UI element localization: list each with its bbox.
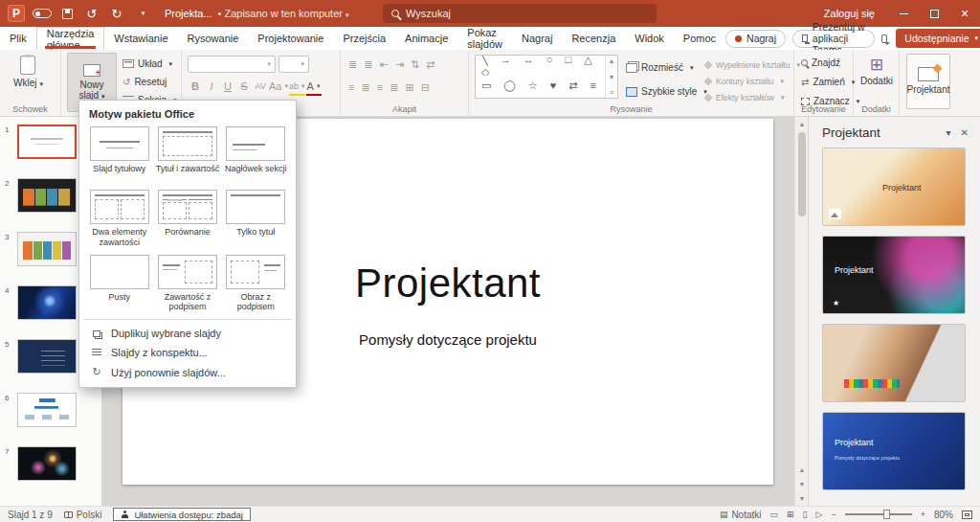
save-button[interactable] <box>56 2 78 25</box>
design-suggestion-3[interactable] <box>822 324 966 402</box>
menu-item-reuse-slides[interactable]: Użyj ponownie slajdów... <box>79 362 296 382</box>
accessibility-checker-button[interactable]: Ułatwienia dostępu: zbadaj <box>113 508 251 521</box>
highlight-color-button[interactable]: ab <box>289 79 305 94</box>
tab-review[interactable]: Recenzja <box>562 27 625 50</box>
layout-option-title-slide[interactable]: Slajd tytułowy <box>87 126 151 183</box>
language-indicator[interactable]: Polski <box>64 510 102 520</box>
slide-thumbnail-1[interactable] <box>17 125 77 159</box>
strikethrough-button[interactable]: S <box>236 79 252 94</box>
fit-to-window-button[interactable] <box>962 511 972 519</box>
shapes-row-1[interactable] <box>476 56 617 76</box>
slide-thumbnail-3[interactable] <box>17 232 77 266</box>
menu-item-slides-from-outline[interactable]: Slajdy z konspektu... <box>79 343 296 362</box>
maximize-button[interactable] <box>919 0 949 27</box>
present-in-teams-button[interactable]: Prezentuj w aplikacji Teams <box>792 30 875 48</box>
scroll-down-arrow[interactable]: ▼ <box>795 491 809 506</box>
tab-record[interactable]: Nagraj <box>512 27 562 50</box>
underline-button[interactable]: U <box>220 79 235 94</box>
next-slide-button[interactable]: ▼ <box>795 477 809 491</box>
designer-close-icon[interactable]: ✕ <box>961 127 969 138</box>
record-button[interactable]: Nagraj <box>725 30 786 48</box>
zoom-in-button[interactable]: + <box>921 510 925 519</box>
powerpoint-app-icon[interactable]: P <box>8 5 25 22</box>
slide-thumbnail-7[interactable] <box>17 446 77 481</box>
tab-draw[interactable]: Rysowanie <box>178 27 249 50</box>
designer-button[interactable]: Projektant <box>906 54 950 109</box>
layout-option-comparison[interactable]: Porównanie <box>155 190 219 248</box>
normal-view-button[interactable]: ▭ <box>770 510 779 519</box>
shape-effects-button[interactable]: Efekty kształtów <box>704 90 800 104</box>
find-button[interactable]: Znajdź <box>801 55 859 71</box>
addins-button[interactable]: ⊞ Dodatki <box>860 57 893 87</box>
tab-design[interactable]: Projektowanie <box>248 27 333 50</box>
layout-option-picture-caption[interactable]: Obraz z podpisem <box>224 255 288 313</box>
comments-icon[interactable] <box>881 34 888 43</box>
tab-slideshow[interactable]: Pokaz slajdów <box>457 27 512 50</box>
tab-animations[interactable]: Animacje <box>395 27 457 50</box>
previous-slide-button[interactable]: ▲ <box>795 463 809 477</box>
tab-view[interactable]: Widok <box>625 27 674 50</box>
tab-transitions[interactable]: Przejścia <box>333 27 395 50</box>
slide-thumbnail-6[interactable] <box>17 393 77 427</box>
paragraph-row-lists[interactable]: ≣ ≣ ⇤ ⇥ ⇅ ⇄ <box>348 58 437 71</box>
design-suggestion-4[interactable]: Projektant Pomysły dotyczące projektu <box>822 412 966 490</box>
design-suggestion-2[interactable]: Projektant ★ <box>822 236 966 314</box>
tab-home[interactable]: Narzędzia główne <box>36 27 105 50</box>
tab-help[interactable]: Pomoc <box>674 27 725 50</box>
shapes-gallery-scroll[interactable]: ▲▼≡ <box>605 56 617 98</box>
paste-button[interactable]: Wklej <box>13 56 43 89</box>
layout-option-blank[interactable]: Pusty <box>87 255 151 313</box>
document-title[interactable]: Projekta... Zapisano w ten komputer <box>165 8 348 19</box>
font-color-button[interactable]: A <box>306 79 322 94</box>
scrollbar-thumb[interactable] <box>798 132 806 216</box>
layout-button[interactable]: Układ <box>122 56 177 72</box>
layout-option-title-content[interactable]: Tytuł i zawartość <box>155 126 219 183</box>
slide-thumbnail-4[interactable] <box>17 285 77 320</box>
character-spacing-button[interactable]: AV <box>253 79 268 94</box>
change-case-button[interactable]: Aa <box>269 79 288 94</box>
search-input[interactable]: Wyszukaj <box>383 4 657 23</box>
font-size-select[interactable] <box>278 56 309 73</box>
arrange-button[interactable]: Rozmieść <box>626 59 707 76</box>
layout-option-title-only[interactable]: Tylko tytuł <box>224 190 288 248</box>
quick-styles-button[interactable]: Szybkie style <box>626 83 707 100</box>
zoom-level[interactable]: 80% <box>934 510 953 520</box>
replace-button[interactable]: Zamień <box>801 74 859 90</box>
bold-button[interactable]: B <box>188 79 203 94</box>
layout-option-section-header[interactable]: Nagłówek sekcji <box>224 126 288 183</box>
shape-outline-button[interactable]: Kontury kształtu <box>704 74 800 88</box>
menu-item-duplicate-slides[interactable]: Duplikuj wybrane slajdy <box>79 324 296 343</box>
shapes-gallery[interactable]: ▲▼≡ <box>475 55 618 99</box>
slide-thumbnail-2[interactable] <box>17 178 77 213</box>
slide-counter[interactable]: Slajd 1 z 9 <box>8 510 53 520</box>
reading-view-button[interactable]: ▯ <box>803 510 808 519</box>
minimize-button[interactable] <box>888 0 919 27</box>
font-name-select[interactable] <box>188 56 276 73</box>
close-button[interactable]: × <box>949 0 980 27</box>
zoom-out-button[interactable]: − <box>831 510 835 519</box>
vertical-scrollbar[interactable]: ▲ ▲ ▼ ▼ <box>794 117 808 506</box>
slide-thumbnail-5[interactable] <box>17 339 77 374</box>
share-button[interactable]: Udostępnianie <box>896 29 980 48</box>
paragraph-row-align[interactable]: ≡ ≣ ≡ ≣ ⊞ ⊟ <box>348 81 432 94</box>
italic-button[interactable]: I <box>204 79 219 94</box>
shapes-row-2[interactable] <box>476 76 617 96</box>
slide-sorter-view-button[interactable]: ⊞ <box>787 510 794 519</box>
layout-option-two-content[interactable]: Dwa elementy zawartości <box>87 190 151 248</box>
designer-collapse-icon[interactable]: ▾ <box>947 127 951 138</box>
autosave-toggle[interactable] <box>31 2 54 25</box>
customize-qat-button[interactable] <box>130 2 153 25</box>
notes-button[interactable]: ▤ Notatki <box>720 510 762 520</box>
reset-button[interactable]: Resetuj <box>122 74 177 90</box>
slideshow-button[interactable]: ▷ <box>816 510 823 519</box>
tab-insert[interactable]: Wstawianie <box>104 27 177 50</box>
undo-button[interactable]: ↺ <box>80 2 103 25</box>
tab-file[interactable]: Plik <box>0 27 36 50</box>
redo-button[interactable]: ↻ <box>105 2 128 25</box>
scroll-up-arrow[interactable]: ▲ <box>795 117 809 130</box>
shape-fill-button[interactable]: Wypełnienie kształtu <box>704 57 800 72</box>
sign-in-button[interactable]: Zaloguj się <box>811 8 888 19</box>
zoom-slider-thumb[interactable] <box>883 510 890 519</box>
zoom-slider[interactable] <box>845 513 912 515</box>
layout-option-content-caption[interactable]: Zawartość z podpisem <box>155 255 219 313</box>
